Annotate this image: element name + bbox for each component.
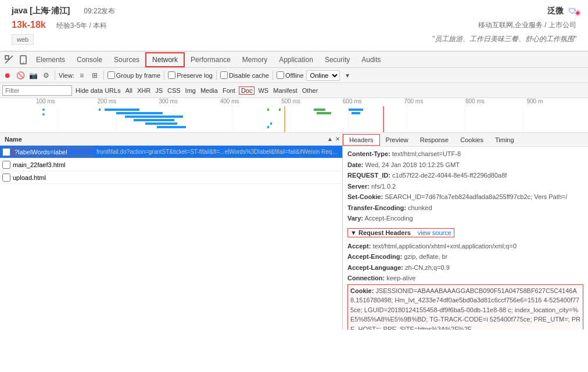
filter-ws[interactable]: WS	[257, 87, 270, 94]
svg-rect-23	[317, 112, 331, 114]
timing-tab[interactable]: Timing	[489, 135, 520, 145]
job-title: java [上海·浦江]	[12, 6, 70, 16]
item-name-1: ?labelWords=label	[13, 148, 94, 156]
close-panel-btn[interactable]: ✕	[335, 136, 340, 142]
date-header: Date: Wed, 24 Jan 2018 10:12:25 GMT	[347, 160, 583, 170]
headers-panel: Headers Preview Response Cookies Timing …	[343, 133, 588, 330]
network-item[interactable]: ?labelWords=label frontfifail.do?action=…	[0, 146, 342, 158]
disable-cache-group: Disable cache	[220, 71, 269, 79]
timeline-label-6: 600 ms	[343, 98, 404, 104]
accept-header: Accept: text/html,application/xhtml+xml,…	[347, 241, 583, 251]
view-list-btn[interactable]: ≡	[77, 70, 87, 81]
offline-group: Offline	[277, 71, 304, 79]
svg-rect-0	[5, 56, 9, 59]
preview-tab[interactable]: Preview	[380, 135, 414, 145]
tab-elements[interactable]: Elements	[30, 53, 71, 66]
server-header: Server: nfs/1.0.2	[347, 182, 583, 192]
preserve-log-label[interactable]: Preserve log	[177, 72, 213, 79]
filter-all[interactable]: All	[124, 87, 134, 94]
toolbar-separator-3	[164, 71, 164, 80]
response-tab[interactable]: Response	[414, 135, 455, 145]
svg-point-30	[42, 109, 45, 111]
view-source-link[interactable]: view source	[418, 229, 451, 236]
company-type: 移动互联网,企业服务 / 上市公司	[478, 20, 576, 30]
item-checkbox-1[interactable]	[2, 148, 10, 156]
tab-network[interactable]: Network	[145, 52, 185, 67]
headers-tab[interactable]: Headers	[343, 134, 380, 146]
accept-encoding-header: Accept-Encoding: gzip, deflate, br	[347, 252, 583, 262]
tab-performance[interactable]: Performance	[185, 53, 236, 66]
svg-rect-19	[157, 126, 186, 128]
svg-point-3	[23, 62, 24, 63]
offline-checkbox[interactable]	[277, 71, 284, 79]
company-slogan: "员工旅游、工作日美味三餐、舒心的工作氛围"	[432, 34, 576, 44]
timeline-label-7: 700 ms	[404, 98, 465, 104]
hide-data-urls-btn[interactable]: Hide data URLs	[74, 87, 122, 94]
group-by-frame-label[interactable]: Group by frame	[116, 72, 160, 79]
device-icon[interactable]	[16, 53, 30, 67]
svg-rect-15	[116, 112, 163, 114]
timeline-labels: 100 ms 200 ms 300 ms 400 ms 500 ms 600 m…	[0, 98, 588, 104]
timeline-label-8: 800 ms	[465, 98, 527, 104]
cookies-tab[interactable]: Cookies	[454, 135, 489, 145]
throttle-select[interactable]: Online	[306, 70, 340, 81]
filter-xhr[interactable]: XHR	[136, 87, 152, 94]
item-checkbox-3[interactable]	[2, 174, 10, 182]
filter-font[interactable]: Font	[221, 87, 236, 94]
timeline-bar: 100 ms 200 ms 300 ms 400 ms 500 ms 600 m…	[0, 98, 588, 133]
filter-other[interactable]: Other	[301, 87, 320, 94]
group-by-frame-group: Group by frame	[107, 71, 160, 79]
item-checkbox-2[interactable]	[2, 161, 10, 169]
preserve-log-checkbox[interactable]	[168, 71, 175, 79]
network-items-list[interactable]: ?labelWords=label frontfifail.do?action=…	[0, 146, 342, 330]
tab-memory[interactable]: Memory	[236, 53, 273, 66]
timeline-label-4: 400 ms	[220, 98, 282, 104]
network-item[interactable]: upload.html	[0, 171, 342, 184]
svg-point-31	[42, 113, 45, 115]
request-headers-title: ▼ Request Headers	[350, 229, 411, 236]
item-name-2: main_22faef3.html	[13, 161, 340, 168]
filter-input[interactable]	[2, 85, 72, 96]
preserve-log-group: Preserve log	[168, 71, 213, 79]
timeline-waterfall	[0, 106, 588, 133]
vary-header: Vary: Accept-Encoding	[347, 214, 583, 223]
group-by-frame-checkbox[interactable]	[107, 71, 115, 79]
timeline-label-2: 200 ms	[98, 98, 159, 104]
record-btn[interactable]: ⏺	[2, 70, 13, 81]
tab-security[interactable]: Security	[319, 53, 356, 66]
accept-language-header: Accept-Language: zh-CN,zh;q=0.9	[347, 263, 583, 273]
disable-cache-label[interactable]: Disable cache	[229, 72, 269, 79]
request-headers-section: ▼ Request Headers view source	[347, 228, 454, 237]
toolbar-separator-4	[216, 71, 217, 80]
clear-btn[interactable]: 🚫	[15, 70, 26, 81]
job-meta: 经验3-5年 / 本科	[56, 21, 107, 31]
network-item[interactable]: main_22faef3.html	[0, 158, 342, 171]
headers-content[interactable]: Content-Type: text/html;charset=UTF-8 Da…	[343, 147, 588, 330]
tab-audits[interactable]: Audits	[356, 53, 386, 66]
connection-header: Connection: keep-alive	[347, 273, 583, 283]
filter-img[interactable]: Img	[184, 87, 197, 94]
filter-manifest[interactable]: Manifest	[272, 87, 299, 94]
throttle-dropdown-btn[interactable]: ▾	[342, 70, 353, 81]
timeline-label-9: 900 m	[527, 98, 589, 104]
filter-media[interactable]: Media	[199, 87, 219, 94]
svg-rect-14	[105, 109, 139, 111]
job-tag: web	[12, 34, 34, 45]
tab-application[interactable]: Application	[273, 53, 319, 66]
inspect-icon[interactable]	[2, 53, 16, 67]
offline-label[interactable]: Offline	[285, 72, 304, 79]
tab-console[interactable]: Console	[71, 53, 108, 66]
filter-js[interactable]: JS	[154, 87, 164, 94]
filter-doc[interactable]: Doc	[239, 86, 255, 95]
request-id-header: REQUEST_ID: c1d57f22-de22-4044-8e45-ff22…	[347, 171, 583, 180]
timeline-label-3: 300 ms	[159, 98, 220, 104]
network-list-header: Name ▲ ✕	[0, 133, 342, 146]
view-group-btn[interactable]: ⊞	[89, 70, 100, 81]
toolbar-separator-2	[103, 71, 104, 80]
tab-sources[interactable]: Sources	[108, 53, 145, 66]
disable-cache-checkbox[interactable]	[220, 71, 228, 79]
filter-css[interactable]: CSS	[166, 87, 182, 94]
filter-icon[interactable]: ⚙	[41, 70, 51, 81]
job-header: java [上海·浦江] 09:22发布 泛微 🛡 ✴ 13k-18k 经验3-…	[0, 0, 588, 51]
capture-screenshot-btn[interactable]: 📷	[28, 70, 38, 81]
